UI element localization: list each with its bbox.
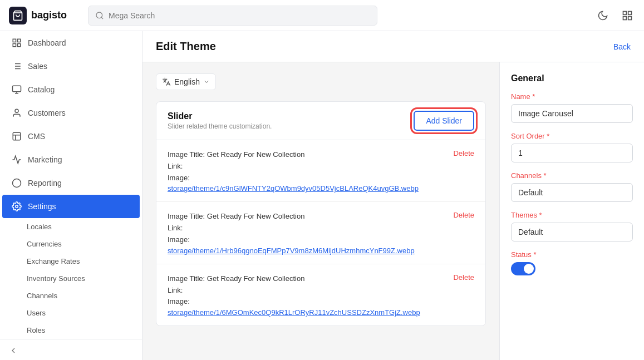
general-title: General [511, 73, 633, 83]
sidebar-sub-exchange-rates[interactable]: Exchange Rates [0, 253, 142, 270]
toggle-knob [524, 264, 534, 274]
slider-item-header: Image Title: Get Ready For New Collectio… [168, 273, 474, 317]
svg-rect-3 [628, 11, 632, 14]
slider-image-path[interactable]: storage/theme/1/6MGOmKec0Q9kR1LrORyRJ11v… [168, 308, 420, 317]
sidebar-item-label: Dashboard [28, 38, 66, 47]
slider-header: Slider Slider related theme customizatio… [156, 102, 485, 140]
slider-item-info: Image Title: Get Ready For New Collectio… [168, 149, 444, 193]
sidebar-sub-currencies[interactable]: Currencies [0, 235, 142, 253]
status-field-group: Status * [511, 250, 633, 275]
svg-point-1 [96, 12, 102, 18]
sidebar-item-sales[interactable]: Sales [2, 55, 140, 78]
topbar-right [595, 8, 635, 23]
left-panel: English Slider Slider related theme cust… [142, 62, 499, 360]
themes-input[interactable] [511, 223, 633, 241]
sidebar-item-reporting[interactable]: Reporting [2, 171, 140, 195]
svg-point-22 [16, 205, 18, 208]
app-name: bagisto [31, 9, 67, 21]
slider-link: Link: [168, 223, 444, 234]
logo-icon [9, 7, 27, 24]
sidebar-item-label: Marketing [28, 155, 62, 164]
sidebar-sub-locales[interactable]: Locales [0, 218, 142, 235]
sidebar-item-customers[interactable]: Customers [2, 101, 140, 125]
delete-button-1[interactable]: Delete [453, 149, 474, 157]
sort-order-field-group: Sort Order * [511, 132, 633, 162]
svg-rect-7 [18, 39, 21, 42]
slider-item: Image Title: Get Ready For New Collectio… [156, 140, 485, 202]
search-bar[interactable] [88, 6, 377, 26]
svg-point-21 [13, 179, 21, 188]
sidebar-sub-inventory-sources[interactable]: Inventory Sources [0, 270, 142, 287]
svg-rect-2 [623, 11, 627, 14]
sidebar-item-dashboard[interactable]: Dashboard [2, 31, 140, 55]
sort-order-label: Sort Order * [511, 132, 633, 140]
search-icon [95, 11, 104, 20]
slider-item: Image Title: Get Ready For New Collectio… [156, 264, 485, 326]
slider-item-header: Image Title: Get Ready For New Collectio… [168, 211, 474, 254]
sidebar-item-settings[interactable]: Settings [2, 195, 140, 218]
slider-title: Slider Slider related theme customizatio… [168, 111, 272, 130]
marketing-icon [11, 154, 22, 165]
themes-label: Themes * [511, 211, 633, 219]
sidebar-item-catalog[interactable]: Catalog [2, 78, 140, 101]
main-header: Edit Theme Back [142, 31, 644, 62]
name-field-group: Name * [511, 92, 633, 123]
channels-field-group: Channels * [511, 171, 633, 202]
svg-rect-4 [628, 16, 632, 19]
topbar: bagisto [0, 0, 644, 31]
right-panel: General Name * Sort Order * Channels * [499, 62, 644, 360]
sidebar-item-cms[interactable]: CMS [2, 125, 140, 148]
status-toggle[interactable] [511, 262, 535, 275]
collapse-button[interactable] [9, 346, 133, 355]
sidebar-sub-roles[interactable]: Roles [0, 322, 142, 339]
svg-rect-16 [13, 86, 21, 92]
language-selector[interactable]: English [156, 73, 216, 90]
slider-image-path[interactable]: storage/theme/1/c9nGlWFNTY2qOWbm9dyv05D5… [168, 184, 419, 193]
slider-item-info: Image Title: Get Ready For New Collectio… [168, 211, 444, 254]
add-slider-button[interactable]: Add Slider [414, 111, 474, 131]
slider-item: Image Title: Get Ready For New Collectio… [156, 202, 485, 264]
slider-image-title: Image Title: Get Ready For New Collectio… [168, 211, 444, 223]
svg-rect-8 [18, 44, 21, 47]
cms-icon [11, 131, 22, 142]
language-label: English [174, 77, 200, 86]
name-label: Name * [511, 92, 633, 101]
sales-icon [11, 61, 22, 72]
grid-icon[interactable] [620, 8, 635, 23]
back-button[interactable]: Back [613, 42, 631, 51]
sidebar: Dashboard Sales Catalog Customers CMS [0, 31, 142, 360]
channels-label: Channels * [511, 171, 633, 180]
reporting-icon [11, 177, 22, 189]
name-input[interactable] [511, 104, 633, 123]
sidebar-item-label: Sales [28, 62, 47, 71]
sidebar-item-label: Customers [28, 109, 66, 117]
page-title: Edit Theme [156, 40, 216, 53]
moon-icon[interactable] [595, 8, 611, 23]
sidebar-sub-channels[interactable]: Channels [0, 287, 142, 304]
dashboard-icon [11, 37, 22, 48]
svg-rect-6 [13, 39, 16, 42]
settings-icon [11, 201, 22, 212]
sidebar-item-marketing[interactable]: Marketing [2, 148, 140, 171]
sidebar-sub-menu: Locales Currencies Exchange Rates Invent… [0, 218, 142, 339]
sidebar-item-label: CMS [28, 132, 45, 141]
search-input[interactable] [109, 11, 370, 20]
customers-icon [11, 107, 22, 119]
themes-field-group: Themes * [511, 211, 633, 241]
status-label: Status * [511, 250, 633, 259]
slider-heading: Slider [168, 111, 272, 121]
slider-section: Slider Slider related theme customizatio… [156, 101, 486, 326]
slider-image-path[interactable]: storage/theme/1/Hrb96qgnoEqFMPp7V9m8zM6M… [168, 246, 415, 255]
sidebar-item-label: Settings [28, 202, 56, 211]
sidebar-bottom [0, 339, 142, 360]
logo: bagisto [9, 7, 81, 24]
delete-button-3[interactable]: Delete [453, 273, 474, 282]
sidebar-sub-users[interactable]: Users [0, 304, 142, 322]
channels-input[interactable] [511, 183, 633, 202]
slider-image-label: Image: [168, 296, 444, 308]
sort-order-input[interactable] [511, 144, 633, 162]
translate-icon [162, 77, 171, 86]
slider-image-label: Image: [168, 234, 444, 246]
delete-button-2[interactable]: Delete [453, 211, 474, 219]
slider-image-label: Image: [168, 172, 444, 184]
